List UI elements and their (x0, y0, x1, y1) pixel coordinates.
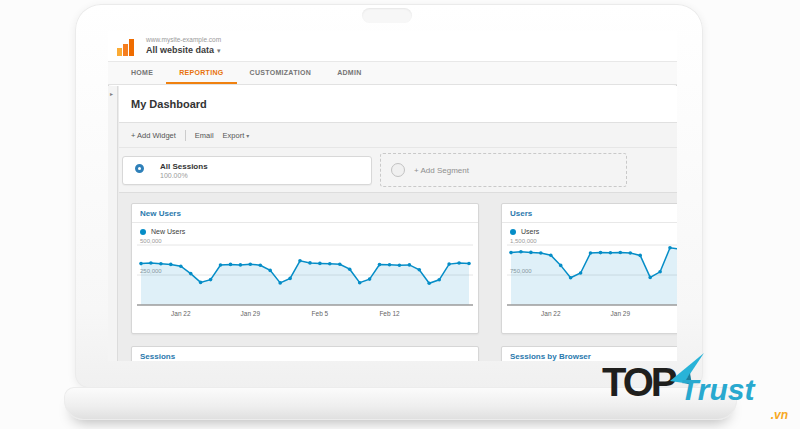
widget-title-link[interactable]: New Users (132, 204, 478, 223)
add-segment-button[interactable]: + Add Segment (380, 153, 627, 187)
dashboard-toolbar: + Add Widget Email Export▾ (119, 123, 677, 148)
widget-sessions: Sessions (131, 346, 479, 361)
collapse-arrow-icon: ▸ (110, 90, 113, 97)
widget-new-users: New Users New Users 250,000500,000Jan 22… (131, 203, 479, 334)
dashboard-canvas: New Users New Users 250,000500,000Jan 22… (119, 196, 677, 361)
add-segment-circle-icon (391, 163, 405, 177)
users-chart[interactable]: 750,0001,500,000Jan 22Jan 29 (507, 237, 677, 323)
watermark-trust-text: Trust (680, 373, 754, 407)
legend-label: New Users (151, 228, 185, 235)
svg-text:Feb 12: Feb 12 (379, 310, 400, 317)
widget-title-link[interactable]: Users (502, 204, 677, 223)
content-area: My Dashboard + Add Widget Email Export▾ … (119, 86, 677, 361)
segment-ring-icon (135, 164, 144, 173)
svg-text:Feb 5: Feb 5 (312, 310, 329, 317)
watermark-top-text: TOP (602, 360, 675, 405)
chevron-down-icon: ▾ (246, 133, 249, 139)
page-title: My Dashboard (131, 98, 207, 110)
svg-text:Jan 29: Jan 29 (611, 310, 631, 317)
toolbar-divider (185, 130, 186, 141)
email-button[interactable]: Email (195, 131, 214, 140)
ga-body: ▸ My Dashboard + Add Widget Email Export… (108, 86, 677, 361)
tab-admin[interactable]: ADMIN (324, 62, 374, 84)
watermark-vn-text: .vn (771, 408, 788, 422)
toptrust-watermark: TOP Trust .vn (594, 356, 796, 428)
add-widget-button[interactable]: + Add Widget (131, 131, 176, 140)
legend-dot-icon (510, 229, 516, 235)
new-users-chart[interactable]: 250,000500,000Jan 22Jan 29Feb 5Feb 12 (137, 237, 473, 323)
chart-legend: Users (502, 223, 677, 236)
svg-text:500,000: 500,000 (140, 238, 162, 244)
account-selector[interactable]: All website data▾ (146, 45, 221, 55)
sidebar-collapse-strip[interactable]: ▸ (108, 86, 118, 361)
chevron-down-icon: ▾ (217, 47, 221, 54)
legend-dot-icon (140, 229, 146, 235)
svg-text:Jan 22: Jan 22 (171, 310, 191, 317)
svg-text:Jan 29: Jan 29 (241, 310, 261, 317)
tab-customization[interactable]: CUSTOMIZATION (237, 62, 325, 84)
chart-legend: New Users (132, 223, 478, 236)
svg-text:1,500,000: 1,500,000 (510, 238, 537, 244)
widget-users: Users Users 750,0001,500,000Jan 22Jan 29 (501, 203, 677, 334)
segment-row: All Sessions 100.00% + Add Segment (119, 148, 677, 193)
dashboard-title-bar: My Dashboard (119, 86, 677, 123)
ga-header: www.mysite-example.com All website data▾ (108, 31, 677, 62)
analytics-logo-icon (117, 39, 137, 56)
tab-home[interactable]: HOME (118, 62, 166, 84)
segment-percent: 100.00% (160, 172, 188, 179)
segment-label: All Sessions (160, 162, 208, 171)
add-segment-label: + Add Segment (414, 166, 469, 175)
site-url: www.mysite-example.com (146, 36, 221, 43)
laptop-screen: www.mysite-example.com All website data▾… (108, 31, 677, 361)
export-button[interactable]: Export▾ (223, 131, 250, 140)
account-label: All website data (146, 45, 214, 55)
main-nav: HOME REPORTING CUSTOMIZATION ADMIN (108, 62, 677, 85)
svg-text:Jan 22: Jan 22 (541, 310, 561, 317)
all-sessions-segment[interactable]: All Sessions 100.00% (122, 156, 372, 185)
tab-reporting[interactable]: REPORTING (166, 62, 236, 84)
laptop-latch (362, 8, 412, 23)
legend-label: Users (521, 228, 539, 235)
widget-title-link[interactable]: Sessions (132, 347, 478, 361)
